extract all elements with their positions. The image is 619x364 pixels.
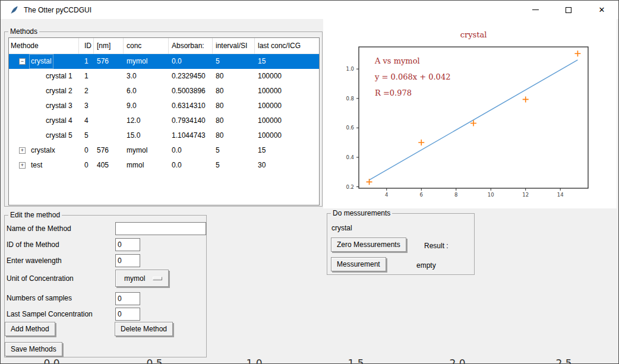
zero-measurements-button[interactable]: Zero Messurements xyxy=(331,238,406,252)
plot-title: crystal xyxy=(460,30,487,39)
tree-cell: 576 xyxy=(94,54,124,69)
tree-cell: 2 xyxy=(79,84,94,99)
expand-icon[interactable]: + xyxy=(19,147,26,154)
tree-cell: 0.2329450 xyxy=(169,69,213,84)
tree-cell: 100000 xyxy=(255,113,320,128)
column-header-last-conc-icg[interactable]: last conc/ICG xyxy=(255,38,320,54)
maximize-icon xyxy=(566,7,571,13)
column-header-interval-si[interactable]: interval/SI xyxy=(213,38,255,54)
tree-cell: mymol xyxy=(124,54,169,69)
minimize-button[interactable] xyxy=(519,1,552,19)
column-header-absorban-[interactable]: Absorban: xyxy=(169,38,213,54)
y-tick-label: 0.2 xyxy=(346,184,354,190)
x-tick-label: 10 xyxy=(488,192,494,198)
x-tick-label: 8 xyxy=(454,192,457,198)
name-of-method-input[interactable] xyxy=(115,222,206,235)
methods-panel-label: Methods xyxy=(8,27,39,36)
tree-cell: 5 xyxy=(213,143,255,158)
expand-icon[interactable]: + xyxy=(19,162,26,169)
y-tick-label: 0.6 xyxy=(346,125,354,131)
tree-cell: 0.0 xyxy=(169,54,213,69)
last-sample-concentration-input[interactable] xyxy=(115,308,140,321)
tree-row-label: crystal 4 xyxy=(44,113,74,128)
tree-cell: 80 xyxy=(213,84,255,99)
tree-cell xyxy=(94,84,124,99)
tree-cell: 0.6314310 xyxy=(169,99,213,113)
save-methods-button[interactable]: Save Methods xyxy=(5,342,62,356)
last-sample-concentration-label: Last Sampel Concentration xyxy=(7,310,93,318)
tree-cell: 0.5003896 xyxy=(169,84,213,99)
maximize-button[interactable] xyxy=(552,1,585,19)
tree-row-crystal-2[interactable]: crystal 226.00.500389680100000 xyxy=(9,84,319,99)
column-header-methode[interactable]: Methode xyxy=(9,38,79,54)
id-of-method-input[interactable] xyxy=(115,238,140,251)
tree-cell: 0.7934140 xyxy=(169,113,213,128)
tree-cell: 15 xyxy=(255,143,320,158)
numbers-of-samples-input[interactable] xyxy=(115,292,140,305)
tree-cell: mymol xyxy=(124,143,169,158)
tree-cell xyxy=(94,69,124,84)
plot-annotation: R =0.978 xyxy=(375,88,412,97)
tree-cell: 0.0 xyxy=(169,143,213,158)
unit-dropdown-value: mymol xyxy=(124,274,145,283)
background-tick-label: 1.5 xyxy=(348,357,364,364)
y-tick-label: 1.0 xyxy=(346,66,354,72)
x-tick-label: 6 xyxy=(420,192,423,198)
edit-method-panel: Edit the method xyxy=(4,215,207,357)
tree-row-crystal-3[interactable]: crystal 339.00.631431080100000 xyxy=(9,99,319,113)
unit-dropdown[interactable]: mymol xyxy=(115,270,169,287)
x-tick-label: 4 xyxy=(385,192,388,198)
tree-cell: 100000 xyxy=(255,99,320,113)
tree-cell: 4 xyxy=(79,113,94,128)
x-tick-label: 14 xyxy=(557,192,564,198)
measurement-button[interactable]: Messurement xyxy=(331,257,386,271)
background-tick-label: 1.0 xyxy=(246,357,262,364)
tree-row-crystal[interactable]: −crystal1576mymol0.0515 xyxy=(9,54,319,69)
tree-row-crystal-5[interactable]: crystal 5515.01.104474380100000 xyxy=(9,128,319,143)
tree-row-crystal-4[interactable]: crystal 4412.00.793414080100000 xyxy=(9,113,319,128)
column-header--nm-[interactable]: [nm] xyxy=(94,38,124,54)
add-method-button[interactable]: Add Method xyxy=(5,322,55,336)
tree-cell: 0 xyxy=(79,143,94,158)
tree-row-label: crystal 1 xyxy=(44,69,74,84)
wavelength-input[interactable] xyxy=(115,254,140,267)
name-of-method-label: Name of the Method xyxy=(7,224,71,233)
tree-cell: 80 xyxy=(213,113,255,128)
close-icon: ✕ xyxy=(599,5,605,14)
methods-treeview[interactable]: MethodeID[nm]concAbsorban:interval/SIlas… xyxy=(8,37,320,205)
window-controls: ✕ xyxy=(519,1,618,19)
tree-cell: 6.0 xyxy=(124,84,169,99)
tree-row-crystal-1[interactable]: crystal 113.00.232945080100000 xyxy=(9,69,319,84)
tree-cell: 576 xyxy=(94,143,124,158)
collapse-icon[interactable]: − xyxy=(19,58,26,65)
tree-row-label: crystal 2 xyxy=(44,84,74,99)
result-label: Result : xyxy=(424,242,449,250)
tree-cell: 100000 xyxy=(255,84,320,99)
tree-row-crystalx[interactable]: +crystalx0576mymol0.0515 xyxy=(9,143,319,158)
plot-axes-frame xyxy=(359,47,588,188)
result-value: empty xyxy=(416,261,436,270)
tree-cell: 1 xyxy=(79,69,94,84)
wavelength-label: Enter wavelength xyxy=(7,257,62,265)
methods-panel: Methods MethodeID[nm]concAbsorban:interv… xyxy=(4,31,323,207)
tree-cell: 5 xyxy=(213,54,255,69)
tree-row-label: crystal xyxy=(29,54,53,69)
delete-method-button[interactable]: Delete Method xyxy=(115,322,173,336)
unit-of-concentration-label: Unit of Concentration xyxy=(7,274,74,283)
tree-cell: 1.1044743 xyxy=(169,128,213,143)
selected-method-label: crystal xyxy=(331,224,352,232)
tree-cell: 9.0 xyxy=(124,99,169,113)
column-header-id[interactable]: ID xyxy=(79,38,94,54)
tree-cell: 3.0 xyxy=(124,69,169,84)
tree-cell: 5 xyxy=(213,158,255,173)
close-button[interactable]: ✕ xyxy=(585,1,618,19)
tree-cell xyxy=(94,128,124,143)
tree-cell: 0.0 xyxy=(169,158,213,173)
column-header-conc[interactable]: conc xyxy=(124,38,169,54)
tree-body: −crystal1576mymol0.0515crystal 113.00.23… xyxy=(9,54,319,173)
data-point-marker xyxy=(574,50,580,56)
tree-cell: 1 xyxy=(79,54,94,69)
tree-row-test[interactable]: +test0405mmol0.0530 xyxy=(9,158,319,173)
tree-cell xyxy=(94,113,124,128)
app-window: The Otter pyCCDGUI ✕ crystal4681012140.2… xyxy=(0,0,619,364)
